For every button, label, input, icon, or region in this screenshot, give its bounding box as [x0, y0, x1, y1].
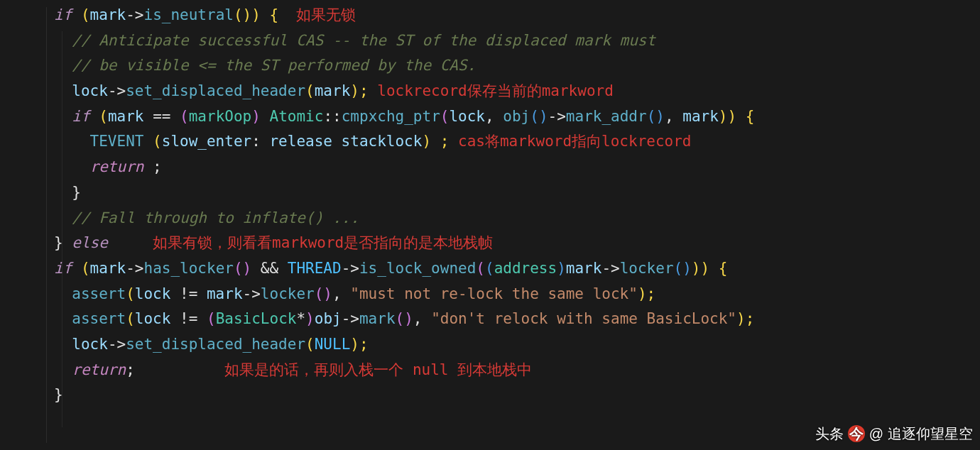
keyword-if: if [54, 6, 72, 23]
paren: () [530, 108, 548, 125]
punct: * [296, 310, 305, 327]
paren: ); [350, 336, 368, 353]
arg: obj [315, 310, 342, 327]
paren: ( [476, 260, 485, 277]
arg: lock [135, 310, 171, 327]
identifier: mark [90, 6, 126, 23]
arg: mark [207, 285, 243, 302]
punct: :: [323, 108, 341, 125]
arg: mark [315, 82, 351, 99]
brace: } [72, 184, 81, 201]
punct: , [332, 285, 350, 302]
function: mark [359, 310, 396, 327]
punct: ; [126, 361, 135, 378]
function: TEVENT [90, 133, 144, 150]
function: is_neutral [143, 6, 233, 23]
indent-guide-2 [62, 31, 62, 427]
arrow: -> [601, 260, 619, 277]
operator: != [170, 285, 207, 302]
function: is_lock_owned [359, 260, 476, 277]
paren: ( [143, 133, 161, 150]
comment: // be visible <= the ST performed by the… [72, 57, 476, 74]
arrow: -> [342, 260, 359, 277]
paren: ) [305, 310, 315, 327]
annotation: lockrecord保存当前的markword [377, 82, 614, 99]
arg: slow_enter [162, 133, 251, 150]
paren: ( [305, 82, 315, 99]
annotation: 如果无锁 [296, 6, 356, 23]
watermark: 头条 今 @追逐仰望星空 [815, 422, 973, 446]
function: set_displaced_header [126, 82, 305, 99]
type: markOop [189, 108, 252, 125]
identifier: mark [90, 260, 126, 277]
watermark-logo-icon: 今 [848, 425, 865, 442]
paren: ); [736, 310, 754, 327]
arg: lock [135, 285, 171, 302]
identifier: lock [72, 336, 108, 353]
paren: ( [126, 310, 135, 327]
paren: )) { [692, 260, 728, 277]
annotation: 如果有锁，则看看markword是否指向的是本地栈帧 [153, 234, 493, 251]
function: mark_addr [566, 108, 647, 125]
paren: ( [207, 310, 216, 327]
function: locker [261, 285, 315, 302]
arrow: -> [342, 310, 359, 327]
identifier: mark [566, 260, 602, 277]
paren: () [674, 260, 692, 277]
paren: ( [440, 108, 450, 125]
function: has_locker [143, 260, 233, 277]
comment: // Fall through to inflate() ... [72, 209, 359, 226]
identifier: lock [72, 82, 108, 99]
arrow: -> [126, 260, 143, 277]
code-block: if (mark->is_neutral()) { 如果无锁 // Antici… [0, 0, 980, 408]
paren: ); [638, 285, 655, 302]
function: cmpxchg_ptr [342, 108, 440, 125]
paren: () [396, 310, 413, 327]
type: address [494, 260, 557, 277]
comment: // Anticipate successful CAS -- the ST o… [72, 32, 655, 49]
paren: () [647, 108, 665, 125]
paren: () [315, 285, 332, 302]
function: set_displaced_header [126, 336, 305, 353]
keyword-if: if [72, 108, 89, 125]
punct: ; [143, 158, 161, 175]
keyword-if: if [54, 260, 72, 277]
punct: , [413, 310, 431, 327]
paren: ) ; [422, 133, 449, 150]
punct: , [485, 108, 503, 125]
arg: mark [682, 108, 719, 125]
type: BasicLock [216, 310, 297, 327]
string: "must not re-lock the same lock" [350, 285, 638, 302]
function: assert [72, 285, 126, 302]
arrow: -> [548, 108, 566, 125]
function: assert [72, 310, 126, 327]
punct: , [665, 108, 682, 125]
class: Atomic [270, 108, 324, 125]
arrow: -> [243, 285, 261, 302]
watermark-name: 追逐仰望星空 [888, 422, 973, 446]
arrow: -> [108, 336, 126, 353]
paren: ) [557, 260, 566, 277]
keyword-else: else [63, 234, 108, 251]
keyword-return: return [72, 361, 126, 378]
paren: ); [350, 82, 368, 99]
annotation: 如果是的话，再则入栈一个 null 到本地栈中 [224, 361, 532, 378]
annotation: cas将markword指向lockrecord [458, 133, 692, 150]
arg: release stacklock [269, 133, 422, 150]
paren: () [234, 260, 251, 277]
function: locker [620, 260, 674, 277]
arrow: -> [108, 82, 126, 99]
const: NULL [315, 336, 351, 353]
paren: ( [485, 260, 494, 277]
paren: ( [99, 108, 108, 125]
indent-guide-1 [46, 7, 47, 443]
watermark-at: @ [869, 422, 883, 446]
operator: == [143, 108, 180, 125]
operator: && [251, 260, 288, 277]
paren: ) [251, 108, 261, 125]
paren: ( [305, 336, 315, 353]
paren: ( [81, 6, 90, 23]
identifier: mark [108, 108, 144, 125]
keyword-return: return [90, 158, 144, 175]
operator: != [170, 310, 207, 327]
